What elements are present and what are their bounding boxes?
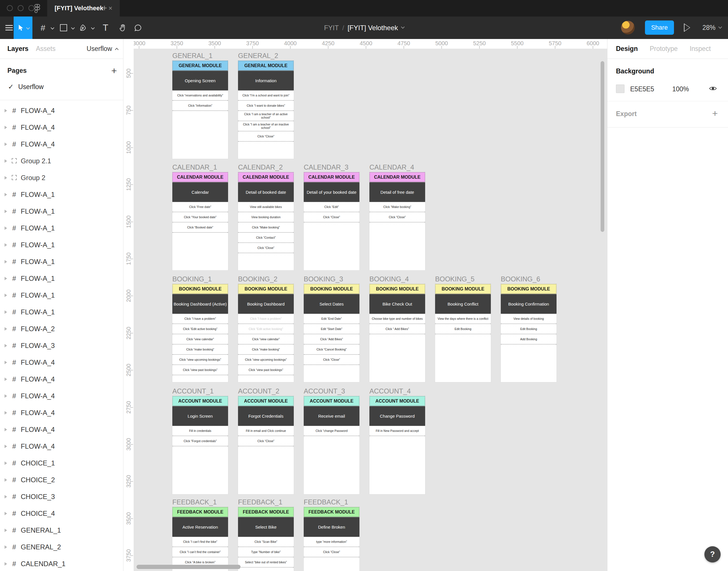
layer-row[interactable]: Group 2 [0,169,123,186]
frame-label[interactable]: BOOKING_1 [172,275,212,283]
expand-caret-icon[interactable] [5,109,7,112]
frame-tool-icon[interactable]: # [36,16,49,39]
tab-assets[interactable]: Assets [36,45,55,52]
frame-label[interactable]: BOOKING_2 [238,275,278,283]
new-tab-button[interactable]: + [102,3,107,13]
layer-row[interactable]: #CHOICE_1 [0,455,123,471]
expand-caret-icon[interactable] [5,277,7,280]
canvas-frame[interactable]: ACCOUNT MODULEChange PasswordFill in New… [370,396,425,494]
frame-label[interactable]: GENERAL_2 [238,52,278,60]
expand-caret-icon[interactable] [5,562,7,566]
expand-caret-icon[interactable] [5,210,7,213]
canvas-frame[interactable]: FEEDBACK MODULEActive ReservationClick “… [172,507,228,571]
expand-caret-icon[interactable] [5,377,7,381]
layer-row[interactable]: #FLOW-A_4 [0,421,123,438]
expand-caret-icon[interactable] [5,193,7,196]
layer-row[interactable]: #FLOW-A_1 [0,220,123,236]
user-avatar[interactable] [621,21,635,34]
horizontal-scrollbar[interactable] [137,565,241,569]
canvas-frame[interactable]: CALENDAR MODULEDetail of free dateClick … [370,172,425,270]
file-tab[interactable]: [FYIT] Velotheek × [47,0,120,16]
canvas-frame[interactable]: BOOKING MODULEBooking Dashboard (Active)… [172,284,228,382]
visibility-eye-icon[interactable] [709,86,717,91]
page-item-userflow[interactable]: ✓ Userflow [0,81,123,94]
layer-row[interactable]: #GENERAL_1 [0,522,123,539]
share-button[interactable]: Share [645,20,674,35]
layer-row[interactable]: #FLOW-A_1 [0,253,123,270]
layer-row[interactable]: #FLOW-A_1 [0,270,123,287]
window-minimize-button[interactable] [18,5,24,11]
canvas-frame[interactable]: BOOKING MODULESelect DatesEdit “End Date… [304,284,359,382]
text-tool-icon[interactable]: T [99,16,112,39]
background-hex-value[interactable]: E5E5E5 [630,85,654,93]
frame-label[interactable]: BOOKING_6 [501,275,540,283]
frame-label[interactable]: BOOKING_3 [304,275,343,283]
move-tool-chevron-icon[interactable] [26,26,30,30]
frame-label[interactable]: CALENDAR_4 [370,163,414,171]
canvas-frame[interactable]: BOOKING MODULEBooking ConfirmationView d… [501,284,557,382]
move-tool-icon[interactable] [14,16,32,39]
expand-caret-icon[interactable] [5,411,7,415]
expand-caret-icon[interactable] [5,344,7,347]
page-selector[interactable]: Userflow [87,45,118,52]
frame-label[interactable]: GENERAL_1 [172,52,212,60]
canvas-frame[interactable]: CALENDAR MODULEDetail of booked dateView… [238,172,294,270]
frame-label[interactable]: BOOKING_4 [370,275,409,283]
tab-design[interactable]: Design [616,45,638,52]
canvas-frame[interactable]: CALENDAR MODULECalendarClick “Free date”… [172,172,228,270]
vertical-scrollbar[interactable] [601,61,604,232]
layer-row[interactable]: #FLOW-A_4 [0,371,123,387]
layer-row[interactable]: #FLOW-A_1 [0,287,123,304]
layer-row[interactable]: #FLOW-A_3 [0,337,123,354]
layer-row[interactable]: #FLOW-A_1 [0,203,123,220]
color-swatch[interactable] [616,85,624,93]
tab-inspect[interactable]: Inspect [690,45,711,52]
expand-caret-icon[interactable] [5,495,7,498]
layer-row[interactable]: #CHOICE_2 [0,471,123,488]
frame-tool-chevron-icon[interactable] [49,16,56,39]
layer-row[interactable]: #CALENDAR_1 [0,555,123,571]
canvas-frame[interactable]: ACCOUNT MODULEReceive emailClick “change… [304,396,359,494]
tab-prototype[interactable]: Prototype [650,45,678,52]
zoom-level-control[interactable]: 28% [702,20,721,35]
present-play-icon[interactable] [684,23,690,32]
layer-row[interactable]: #FLOW-A_4 [0,438,123,455]
expand-caret-icon[interactable] [5,142,7,146]
expand-caret-icon[interactable] [5,545,7,549]
frame-label[interactable]: CALENDAR_1 [172,163,217,171]
expand-caret-icon[interactable] [5,294,7,297]
canvas-frame[interactable]: BOOKING MODULEBooking ConflictView the d… [435,284,491,382]
canvas-frame[interactable]: ACCOUNT MODULEForgot CredentialsFill in … [238,396,294,494]
add-page-button[interactable]: + [111,66,117,76]
hand-tool-icon[interactable] [116,16,129,39]
expand-caret-icon[interactable] [5,327,7,331]
canvas-frame[interactable]: BOOKING MODULEBike Check OutChoose bike … [370,284,425,382]
layer-row[interactable]: #FLOW-A_2 [0,320,123,337]
frame-label[interactable]: ACCOUNT_3 [304,387,345,395]
expand-caret-icon[interactable] [5,461,7,465]
layer-row[interactable]: #FLOW-A_1 [0,186,123,203]
frame-label[interactable]: FEEDBACK_1 [304,498,348,506]
canvas-frame[interactable]: GENERAL MODULEOpening ScreenClick “reser… [172,61,228,159]
layer-row[interactable]: Group 2.1 [0,152,123,169]
tab-layers[interactable]: Layers [7,45,28,52]
window-close-button[interactable] [7,5,13,11]
layer-row[interactable]: #CHOICE_4 [0,505,123,522]
canvas-frame[interactable]: BOOKING MODULEBooking DashboardClick “I … [238,284,294,382]
layer-row[interactable]: #FLOW-A_4 [0,136,123,152]
layer-row[interactable]: #FLOW-A_4 [0,102,123,119]
canvas-frame[interactable]: FEEDBACK MODULEDefine Brokentype “more i… [304,507,359,571]
expand-caret-icon[interactable] [5,394,7,398]
expand-caret-icon[interactable] [5,176,7,180]
main-menu-icon[interactable] [3,16,15,39]
canvas-frame[interactable]: FEEDBACK MODULESelect BikeClick “Scan Bi… [238,507,294,571]
canvas-frame[interactable]: GENERAL MODULEInformationClick “I’m a sc… [238,61,294,159]
pen-tool-chevron-icon[interactable] [89,16,96,39]
frame-label[interactable]: BOOKING_5 [435,275,475,283]
help-button[interactable]: ? [704,546,721,562]
expand-caret-icon[interactable] [5,126,7,129]
expand-caret-icon[interactable] [5,529,7,532]
expand-caret-icon[interactable] [5,361,7,364]
expand-caret-icon[interactable] [5,159,7,163]
layer-row[interactable]: #FLOW-A_4 [0,387,123,404]
